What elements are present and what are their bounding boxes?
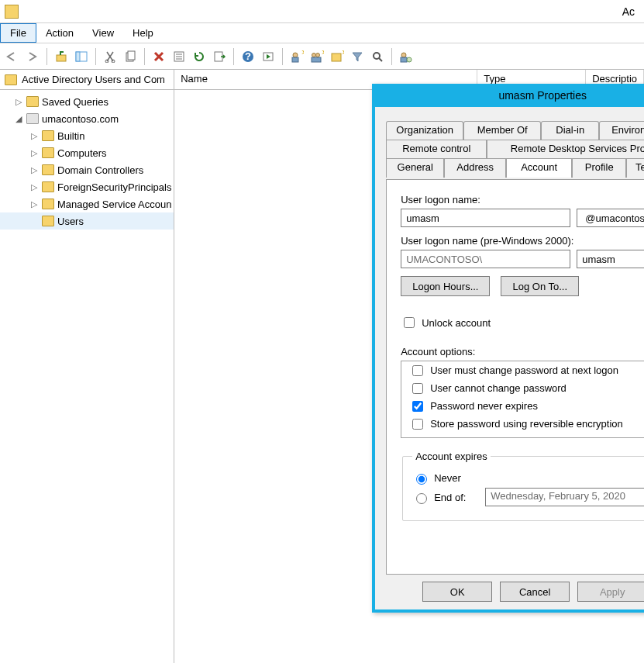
new-user-button[interactable]: ✶ [288,47,306,66]
folder-icon [42,199,54,209]
tab-remote-desktop-services-profile[interactable]: Remote Desktop Services Profile [487,140,644,159]
expand-icon[interactable]: ▷ [29,182,39,192]
tree-node-foreignsecurityprincipals[interactable]: ▷ForeignSecurityPrincipals [0,178,174,195]
account-option-checkbox[interactable] [412,419,423,430]
svg-rect-2 [76,52,80,61]
account-option-checkbox[interactable] [412,401,423,412]
account-expires-group: Account expires Never End of: Wednesday,… [402,451,644,521]
account-option-label: Store password using reversible encrypti… [430,418,623,430]
up-level-button[interactable] [52,47,71,66]
expire-never-label: Never [434,472,461,484]
menu-view[interactable]: View [83,23,123,43]
find-button[interactable] [368,47,387,66]
expire-never-radio[interactable] [416,474,427,485]
toolbar-divider [282,48,283,65]
tree-node-computers[interactable]: ▷Computers [0,144,174,161]
tree-root-label: Active Directory Users and Com [22,74,165,85]
tab-account[interactable]: Account [506,158,572,178]
menu-action[interactable]: Action [36,23,83,43]
nav-forward-button[interactable] [23,47,42,66]
svg-point-26 [401,53,406,57]
menu-file[interactable]: File [0,23,36,43]
upn-suffix-select[interactable]: @umacontoso.com [577,209,644,227]
tab-telephones[interactable]: Telephones [626,158,644,178]
tree-node-managed-service-accoun[interactable]: ▷Managed Service Accoun [0,195,174,212]
ok-button[interactable]: OK [422,582,492,602]
app-icon [5,5,19,19]
tree-pane: Active Directory Users and Com ▷ Saved Q… [0,70,174,663]
account-option-checkbox[interactable] [412,365,423,376]
svg-point-15 [293,53,298,57]
nt-user-input[interactable] [577,250,644,268]
show-hide-tree-button[interactable] [72,47,91,66]
tree-node-users[interactable]: Users [0,212,174,230]
folder-icon [5,74,17,85]
toolbar-divider [233,48,234,65]
log-on-to-button[interactable]: Log On To... [501,276,579,296]
collapse-icon[interactable]: ◢ [14,114,23,124]
logon-pre2000-label: User logon name (pre-Windows 2000): [401,235,644,247]
menubar: File Action View Help [0,23,644,43]
folder-icon [26,96,39,107]
copy-button[interactable] [121,47,139,66]
new-ou-button[interactable]: ✶ [328,47,346,66]
tab-address[interactable]: Address [444,158,506,178]
tab-member-of[interactable]: Member Of [463,121,541,140]
tree-node-builtin[interactable]: ▷Builtin [0,127,174,144]
expand-icon[interactable]: ▷ [14,97,23,107]
tab-organization[interactable]: Organization [386,121,463,140]
cancel-button[interactable]: Cancel [500,582,570,602]
expand-icon[interactable]: ▷ [29,131,39,141]
account-option[interactable]: Password never expires [401,397,644,415]
toolbar-divider [144,48,145,65]
expire-endof-radio[interactable] [416,493,427,504]
account-option[interactable]: User cannot change password [401,379,644,397]
expire-date-picker[interactable]: Wednesday, February 5, 2020 ▦▾ [485,488,644,506]
account-option[interactable]: Store password using reversible encrypti… [401,415,644,433]
dialog-titlebar[interactable]: umasm Properties ? ✕ [372,84,644,107]
run-button[interactable] [259,47,277,66]
logon-name-input[interactable] [401,209,570,227]
new-group-button[interactable]: ✶ [308,47,326,66]
apply-button[interactable]: Apply [577,582,644,602]
refresh-button[interactable] [190,47,208,66]
expand-icon[interactable]: ▷ [29,148,39,158]
account-option-checkbox[interactable] [412,383,423,394]
tab-environment[interactable]: Environment [599,121,644,140]
account-options-box: User must change password at next logonU… [401,361,644,438]
account-option[interactable]: User must change password at next logon [401,361,644,379]
svg-point-18 [312,53,316,57]
tree-label: Computers [57,147,107,159]
nt-domain-input [401,250,570,268]
help-button[interactable]: ? [239,47,257,66]
tree-node-saved-queries[interactable]: ▷ Saved Queries [0,93,174,110]
properties-button[interactable] [170,47,188,66]
folder-icon [42,130,54,141]
svg-text:✶: ✶ [301,50,304,58]
window-title: Ac [23,5,639,18]
tab-general[interactable]: General [386,158,444,178]
unlock-account-checkbox[interactable] [404,317,415,328]
logon-hours-button[interactable]: Logon Hours... [401,276,490,296]
delete-button[interactable] [150,47,168,66]
expand-icon[interactable]: ▷ [29,165,39,175]
tree-label: Managed Service Accoun [57,199,171,210]
filter-button[interactable] [348,47,367,66]
tab-profile[interactable]: Profile [572,158,626,178]
unlock-account-label: Unlock account [422,317,491,329]
tab-dial-in[interactable]: Dial-in [541,121,599,140]
tree-node-domain-controllers[interactable]: ▷Domain Controllers [0,161,174,178]
export-list-button[interactable] [210,47,229,66]
add-to-group-button[interactable] [397,47,415,66]
tab-remote-control[interactable]: Remote control [386,140,487,159]
toolbar-divider [95,48,96,65]
svg-point-19 [316,53,320,57]
cut-button[interactable] [101,47,119,66]
folder-icon [42,147,54,158]
svg-rect-22 [332,54,341,61]
domain-icon [26,113,39,124]
menu-help[interactable]: Help [123,23,163,43]
tree-node-domain[interactable]: ◢ umacontoso.com [0,110,174,127]
nav-back-button[interactable] [3,47,22,66]
expand-icon[interactable]: ▷ [29,199,39,209]
